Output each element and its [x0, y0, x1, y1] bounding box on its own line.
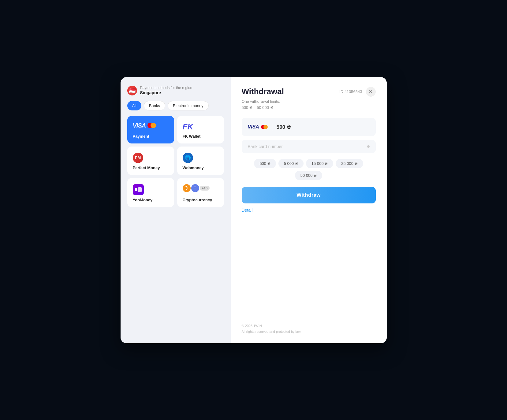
- webmoney-label: Webmoney: [183, 165, 204, 170]
- webmoney-icon: 🌐: [183, 153, 193, 163]
- left-panel: 🇸🇬 Payment methods for the region Singap…: [121, 77, 231, 343]
- card-input-dot-indicator: [367, 145, 370, 148]
- payment-methods-grid: VISA Payment FK FK Wallet: [127, 116, 224, 207]
- filter-electronic[interactable]: Electronic money: [168, 101, 209, 110]
- region-label: Payment methods for the region: [140, 86, 192, 91]
- btc-icon: ₿: [183, 184, 191, 192]
- perfect-money-icon: PM: [133, 153, 143, 163]
- crypto-icons-group: ₿ Ξ +16: [183, 184, 210, 192]
- footer-copyright: © 2023 1WIN: [242, 323, 376, 329]
- right-panel: Withdrawal ID 41056543 ✕ One withdrawal …: [231, 77, 387, 343]
- region-text: Payment methods for the region Singapore: [140, 86, 192, 95]
- payment-card-cryptocurrency[interactable]: ₿ Ξ +16 Cryptocurrency: [177, 178, 224, 207]
- amount-display: VISA 500 ₴: [242, 118, 376, 136]
- limit-text: One withdrawal limits: 500 ₴ – 50 000 ₴: [242, 98, 376, 111]
- close-button[interactable]: ✕: [366, 87, 376, 97]
- amount-value: 500 ₴: [277, 124, 291, 130]
- cryptocurrency-label: Cryptocurrency: [183, 198, 212, 202]
- visa-logo: VISA: [133, 122, 156, 129]
- svg-rect-0: [135, 188, 137, 191]
- mastercard-icon: [147, 123, 156, 128]
- transaction-id: ID 41056543: [339, 89, 362, 94]
- cryptocurrency-icon: ₿ Ξ +16: [183, 184, 210, 192]
- filter-tabs: All Banks Electronic money: [127, 101, 224, 110]
- visa-card-icon: VISA: [133, 122, 156, 129]
- flag-icon: 🇸🇬: [127, 86, 137, 95]
- filter-banks[interactable]: Banks: [144, 101, 165, 110]
- filter-all[interactable]: All: [127, 101, 141, 110]
- quick-amounts: 500 ₴ 5 000 ₴ 15 000 ₴ 25 000 ₴ 50 000 ₴: [242, 159, 376, 180]
- region-name: Singapore: [140, 90, 192, 95]
- yoomoney-label: YooMoney: [133, 198, 153, 202]
- visa-display-text: VISA: [248, 124, 259, 130]
- withdraw-button[interactable]: Withdraw: [242, 187, 376, 203]
- perfect-money-label: Perfect Money: [133, 165, 160, 170]
- mc-circle-orange: [151, 123, 156, 128]
- withdrawal-title: Withdrawal: [242, 87, 284, 96]
- payment-card-yoomoney[interactable]: YooMoney: [127, 178, 174, 207]
- amount-chip-5000[interactable]: 5 000 ₴: [278, 159, 304, 168]
- payment-card-perfect-money[interactable]: PM Perfect Money: [127, 147, 174, 175]
- pm-icon: PM: [133, 153, 143, 163]
- wm-icon: 🌐: [183, 153, 193, 163]
- divider-vertical: [272, 123, 272, 131]
- crypto-more-badge: +16: [200, 186, 210, 191]
- limit-line2: 500 ₴ – 50 000 ₴: [242, 105, 273, 110]
- footer-rights: All rights reserved and protected by law…: [242, 329, 376, 335]
- right-header: Withdrawal ID 41056543 ✕: [242, 87, 376, 97]
- visa-display-icon: VISA: [248, 124, 268, 130]
- fk-icon: FK: [183, 122, 193, 131]
- visa-text: VISA: [133, 122, 146, 129]
- modal-dialog: 🇸🇬 Payment methods for the region Singap…: [121, 77, 387, 343]
- payment-card-visa[interactable]: VISA Payment: [127, 116, 174, 143]
- amount-chip-50000[interactable]: 50 000 ₴: [295, 171, 322, 180]
- svg-rect-1: [138, 187, 142, 192]
- mc-s2: [263, 125, 268, 129]
- yoomoney-icon: [133, 184, 144, 195]
- amount-chip-500[interactable]: 500 ₴: [254, 159, 276, 168]
- detail-link[interactable]: Detail: [242, 208, 376, 213]
- yoo-icon: [133, 184, 144, 195]
- amount-chip-25000[interactable]: 25 000 ₴: [336, 159, 363, 168]
- limit-line1: One withdrawal limits:: [242, 99, 280, 104]
- region-header: 🇸🇬 Payment methods for the region Singap…: [127, 86, 224, 95]
- mc-small-icon: [261, 125, 268, 129]
- header-right: ID 41056543 ✕: [339, 87, 375, 97]
- card-input-placeholder: Bank card number: [248, 144, 283, 149]
- footer: © 2023 1WIN All rights reserved and prot…: [242, 311, 376, 334]
- payment-card-webmoney[interactable]: 🌐 Webmoney: [177, 147, 224, 175]
- fk-wallet-icon: FK: [183, 122, 193, 132]
- payment-card-fk-wallet[interactable]: FK FK Wallet: [177, 116, 224, 143]
- visa-card-label: Payment: [133, 134, 149, 139]
- fk-wallet-label: FK Wallet: [183, 134, 201, 139]
- amount-chip-15000[interactable]: 15 000 ₴: [306, 159, 333, 168]
- eth-icon: Ξ: [191, 184, 199, 192]
- card-number-input[interactable]: Bank card number: [242, 140, 376, 153]
